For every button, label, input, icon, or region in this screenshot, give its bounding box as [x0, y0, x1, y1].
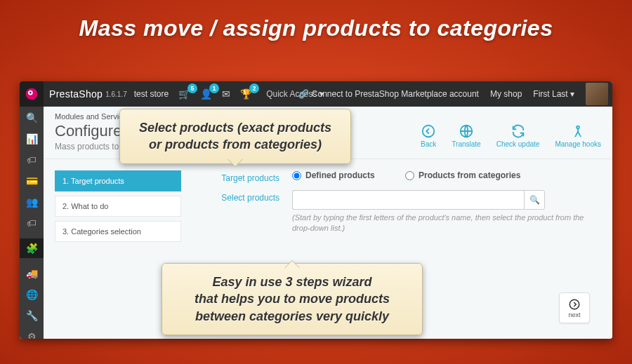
cart-icon[interactable]: 🛒5 [178, 88, 190, 100]
topbar: PrestaShop 1.6.1.7 test store 🛒5 👤1 ✉ 🏆2… [20, 81, 612, 107]
advanced-icon[interactable]: ⚙ [20, 331, 44, 339]
product-search-input[interactable] [292, 190, 524, 210]
store-name[interactable]: test store [134, 89, 169, 99]
toolbar-actions: Back Translate Check update Manage hooks [421, 123, 601, 151]
version: 1.6.1.7 [105, 90, 127, 98]
check-update-button[interactable]: Check update [496, 123, 540, 148]
customers-icon[interactable]: 👥 [20, 196, 44, 208]
notification-icons: 🛒5 👤1 ✉ 🏆2 [178, 88, 252, 100]
user-badge: 1 [209, 83, 219, 93]
user-menu[interactable]: First Last ▾ [533, 89, 574, 99]
step-what-to-do[interactable]: 2. What to do [55, 196, 181, 217]
search-hint: (Start by typing the first letters of th… [292, 213, 601, 234]
side-navigation: 🔍 📊 🏷 💳 👥 🏷 🧩 🚚 🌐 🔧 ⚙ ⚙ [20, 107, 44, 339]
select-products-label: Select products [194, 190, 292, 203]
cart-badge: 5 [187, 83, 197, 93]
chevron-down-icon: ▾ [570, 89, 574, 99]
callout-wizard: Easy in use 3 steps wizardthat helps you… [162, 263, 423, 335]
trophy-badge: 2 [249, 83, 259, 93]
brand: PrestaShop [49, 88, 103, 100]
step-target-products[interactable]: 1. Target products [55, 170, 181, 191]
back-button[interactable]: Back [421, 123, 436, 148]
manage-hooks-button[interactable]: Manage hooks [555, 123, 601, 148]
dashboard-icon[interactable]: 📊 [20, 133, 44, 144]
svg-point-3 [423, 126, 435, 137]
link-icon: 🔗 [298, 89, 309, 99]
search-icon[interactable]: 🔍 [20, 112, 44, 123]
radio-products-from-categories[interactable]: Products from categories [405, 170, 520, 180]
product-search-button[interactable]: 🔍 [524, 190, 545, 210]
user-icon[interactable]: 👤1 [200, 88, 212, 100]
pricing-icon[interactable]: 🏷 [20, 217, 44, 229]
svg-point-5 [577, 126, 579, 129]
search-icon: 🔍 [529, 195, 540, 205]
modules-icon[interactable]: 🧩 [20, 238, 44, 258]
target-products-label: Target products [194, 170, 292, 183]
radio-products-from-categories-input[interactable] [405, 171, 414, 180]
localization-icon[interactable]: 🌐 [20, 289, 44, 300]
svg-point-6 [570, 299, 579, 309]
preferences-icon[interactable]: 🔧 [20, 310, 44, 321]
product-search: 🔍 [292, 190, 545, 210]
radio-defined-products-input[interactable] [292, 171, 301, 180]
banner-title: Mass move / assign products to categorie… [0, 0, 632, 54]
translate-button[interactable]: Translate [452, 123, 480, 148]
catalog-icon[interactable]: 🏷 [20, 154, 44, 166]
shipping-icon[interactable]: 🚚 [20, 268, 44, 279]
prestashop-logo [20, 81, 44, 107]
avatar[interactable] [586, 83, 608, 105]
trophy-icon[interactable]: 🏆2 [240, 88, 252, 100]
radio-defined-products[interactable]: Defined products [292, 170, 375, 180]
connect-marketplace-link[interactable]: 🔗 Connect to PrestaShop Marketplace acco… [298, 89, 478, 99]
step-categories-selection[interactable]: 3. Categories selection [55, 221, 181, 242]
callout-select-products: Select products (exact products or produ… [119, 109, 351, 164]
svg-point-2 [29, 92, 32, 94]
mail-icon[interactable]: ✉ [222, 88, 230, 100]
next-button[interactable]: next [559, 292, 590, 323]
orders-icon[interactable]: 💳 [20, 175, 44, 187]
my-shop-link[interactable]: My shop [490, 89, 522, 99]
